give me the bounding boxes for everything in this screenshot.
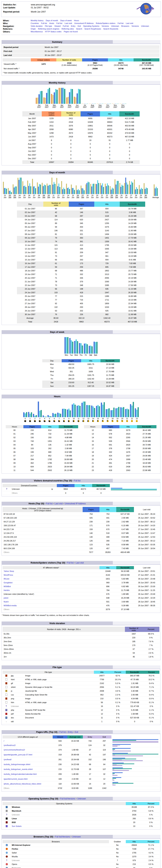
link[interactable]: MSNBot (4, 585, 11, 587)
menu-link[interactable]: Full list (41, 22, 47, 24)
cell-text: jpg (11, 675, 13, 677)
link[interactable]: /activity_listings/narr_events.shtml (4, 768, 33, 770)
menu-link[interactable]: Hosts (49, 22, 54, 24)
link[interactable]: psbot (4, 597, 8, 599)
section-link[interactable]: Full list/Versions (60, 798, 75, 800)
section-summary: Summary Reported periodMonth Jun 2007Fir… (2, 40, 160, 76)
table-row: Jun 200714732418996340273467.03 MB (23, 135, 139, 138)
hbar (113, 746, 118, 746)
link[interactable]: /gazette/gazette_june-july-07.html (4, 753, 32, 756)
menu-link[interactable]: Full list (118, 22, 124, 24)
hour-pie-icon (39, 420, 41, 422)
column-header: Pages (83, 507, 99, 512)
menu-link[interactable]: HTTP Status codes (45, 31, 62, 33)
chart-label: 2 (34, 418, 36, 420)
column-header: Unique visitors (31, 58, 56, 61)
section-link[interactable]: Unknown (72, 836, 81, 838)
menu-link[interactable]: Origin (31, 28, 36, 30)
menu-link[interactable]: Last visit (126, 22, 133, 24)
link[interactable]: /activity_listings/message.shtml (4, 763, 30, 766)
menu-link[interactable]: Search Keyphrases (84, 28, 101, 30)
bar (68, 187, 69, 194)
section-link[interactable]: Last visit (54, 502, 63, 505)
link[interactable]: / (4, 740, 4, 742)
menu-link[interactable]: Countries (31, 22, 39, 24)
link[interactable]: Nutch (4, 601, 9, 603)
chart-label: 17 (107, 418, 109, 420)
section-link[interactable]: Full list (67, 562, 74, 564)
link[interactable]: WordPress (4, 574, 13, 576)
hbar (113, 777, 121, 778)
section-link[interactable]: Last visit (76, 562, 84, 564)
section-link[interactable]: Full list (74, 479, 80, 482)
menu-link[interactable]: Operating Systems (83, 25, 99, 27)
menu-link[interactable]: Search Keywords (103, 28, 118, 30)
menu-link[interactable]: Full list (63, 25, 69, 27)
visits-duration-table: Number of visits: 2418 - Average: 251 sN… (3, 627, 159, 659)
menu-link[interactable]: Versions (102, 25, 109, 27)
chart-label: 1 (30, 418, 31, 420)
bar (37, 182, 38, 194)
link[interactable]: /ym/feed/ (4, 758, 11, 761)
menu-link[interactable]: File type (45, 25, 52, 27)
menu-link[interactable]: Full list (56, 22, 62, 24)
section-link[interactable]: Entry (68, 731, 73, 733)
menu-link[interactable]: Versions (131, 25, 139, 27)
menu-link[interactable]: Unknown (141, 25, 149, 27)
link[interactable]: MSNBot-media (4, 604, 16, 607)
link[interactable]: Googlebot (4, 582, 12, 584)
pages-url-table: 1214 different pages-urlViewedAverage si… (3, 735, 159, 790)
menu-link[interactable]: Viewed (54, 25, 60, 27)
menu-link[interactable]: Monthly history (31, 20, 43, 22)
menu-link[interactable]: Last visit (65, 22, 72, 24)
bar (38, 402, 39, 417)
table-row: ?Unknown?9792.4 % (3, 859, 159, 862)
link[interactable]: /photo_albums/local_hikes/local_hikes.sh… (4, 783, 41, 785)
menu-link[interactable]: Robots/Spiders visitors (96, 22, 115, 24)
link[interactable]: /gazette/current_issues.html (4, 778, 28, 780)
menu-link[interactable]: Entry (71, 25, 76, 27)
link[interactable]: Sun Solaris (12, 825, 22, 827)
bar (40, 185, 41, 194)
file-type-table: File typeHitsPercentBandwidthPercentjpgI… (3, 671, 159, 723)
section-link[interactable]: Full list (46, 502, 52, 505)
section-link[interactable]: Full list (59, 731, 66, 733)
menu-link[interactable]: Days of week (60, 20, 72, 22)
bar (75, 97, 76, 104)
menu-link[interactable]: Unresolved IP Address (74, 22, 93, 24)
link[interactable]: /ym/feed/rss2/ (4, 744, 15, 746)
chart-category: 08Jun (37, 178, 41, 198)
opera-icon: O (6, 863, 8, 865)
link[interactable]: /activity_listings/calendar/calendar.htm… (4, 773, 37, 775)
menu-link[interactable]: Pages not found (64, 31, 78, 33)
table-row: Others000 (3, 491, 159, 495)
menu-link[interactable]: Miscellaneous (31, 31, 43, 33)
menu-link[interactable]: Referring search engines (38, 28, 59, 30)
menu-link[interactable]: Days of month (46, 20, 58, 22)
chart-category: 17 (106, 402, 110, 422)
chart-category: Mar2007 (51, 88, 58, 108)
section-link[interactable]: Full list/Versions (55, 836, 70, 838)
menu-link[interactable]: Referring sites (62, 28, 74, 30)
bar (126, 182, 127, 194)
chart-category: Oct2007 (104, 88, 111, 108)
section-link[interactable]: Exit (75, 731, 78, 733)
link[interactable]: Yahoo Slurp (4, 570, 14, 572)
summary-totals-table: Unique visitorsNumber of visitsPagesHits… (3, 58, 159, 70)
link[interactable]: /ym/comments/feed/rss2/ (4, 749, 25, 751)
link[interactable]: IRLbot (4, 578, 9, 580)
bar (58, 413, 60, 417)
column-header: Pages (102, 425, 119, 428)
section-link[interactable]: Unresolved IP Address (65, 502, 86, 505)
menu-link[interactable]: Search (76, 28, 82, 30)
menu-link[interactable]: Hours (74, 20, 79, 22)
menu-link[interactable]: Browsers (121, 25, 129, 27)
menu-link[interactable]: Exit (78, 25, 81, 27)
menu-link[interactable]: Unknown (111, 25, 119, 27)
section-link[interactable]: Unknown (77, 798, 86, 800)
report-header: Statistics for: www.amcnarragansett.org … (1, 1, 161, 17)
menu-link[interactable]: Visits duration (31, 25, 43, 27)
table-row: Sun331.251307.2516.87 MB (42, 384, 120, 388)
link[interactable]: Heritrix (4, 589, 10, 591)
table-row: shtmlDynamic Html page or Script file205… (3, 685, 159, 689)
